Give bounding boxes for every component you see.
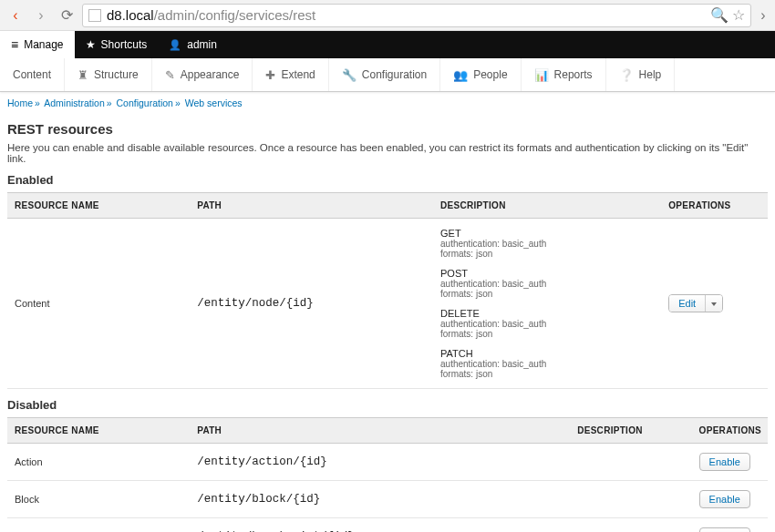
method-verb: POST — [440, 268, 654, 279]
table-row: Content /entity/node/{id} GET authentica… — [7, 219, 768, 389]
toolbar-shortcuts[interactable]: Shortcuts — [75, 31, 159, 58]
toolbar-manage[interactable]: Manage — [0, 31, 75, 58]
menu-extend[interactable]: ✚Extend — [253, 58, 328, 91]
back-button[interactable]: ‹ — [5, 5, 26, 26]
resource-description: GET authentication: basic_auth formats: … — [433, 219, 661, 389]
user-icon — [169, 38, 181, 51]
resource-path: /entity/node/{id} — [190, 219, 433, 389]
method-auth: authentication: basic_auth — [440, 279, 654, 289]
crumb-web-services[interactable]: Web services — [185, 97, 243, 108]
browser-chrome: ‹ › ⟳ d8.local/admin/config/services/res… — [0, 0, 775, 31]
menu-help[interactable]: ❔Help — [606, 58, 676, 91]
col-path: PATH — [190, 193, 433, 219]
enable-button[interactable]: Enable — [699, 527, 750, 532]
section-disabled-heading: Disabled — [7, 398, 768, 412]
disabled-table: RESOURCE NAME PATH DESCRIPTION OPERATION… — [7, 417, 768, 532]
col-ops: OPERATIONS — [692, 418, 768, 444]
toolbar-shortcuts-label: Shortcuts — [101, 38, 148, 51]
method-verb: PATCH — [440, 348, 654, 359]
menu-appearance[interactable]: ✎Appearance — [152, 58, 253, 91]
crumb-administration[interactable]: Administration — [44, 97, 105, 108]
wrench-icon: 🔧 — [342, 68, 356, 82]
table-row: Block /entity/block/{id} Enable — [7, 481, 768, 518]
menu-people[interactable]: 👥People — [440, 58, 521, 91]
puzzle-icon: ✚ — [265, 68, 275, 82]
method-format: formats: json — [440, 249, 654, 259]
edit-split-button: Edit — [668, 294, 723, 312]
col-name: RESOURCE NAME — [7, 193, 190, 219]
star-icon — [86, 38, 96, 51]
method-format: formats: json — [440, 289, 654, 299]
page-title: REST resources — [7, 121, 768, 137]
method-auth: authentication: basic_auth — [440, 359, 654, 369]
method-verb: DELETE — [440, 308, 654, 319]
page-content: REST resources Here you can enable and d… — [0, 112, 775, 532]
edit-button[interactable]: Edit — [669, 295, 705, 312]
method-verb: GET — [440, 228, 654, 239]
reports-icon: 📊 — [534, 68, 549, 82]
enabled-table: RESOURCE NAME PATH DESCRIPTION OPERATION… — [7, 192, 768, 389]
col-path: PATH — [190, 418, 570, 444]
page-icon — [88, 9, 101, 22]
menu-structure[interactable]: ♜Structure — [65, 58, 152, 91]
resource-path: /entity/block/{id} — [190, 481, 570, 518]
resource-path: /entity/breakpoint/{id} — [190, 518, 570, 533]
brush-icon: ✎ — [165, 68, 175, 82]
crumb-configuration[interactable]: Configuration — [117, 97, 173, 108]
method-auth: authentication: basic_auth — [440, 319, 654, 329]
admin-menu: Content ♜Structure ✎Appearance ✚Extend 🔧… — [0, 58, 775, 92]
resource-path: /entity/action/{id} — [190, 444, 570, 481]
menu-reports[interactable]: 📊Reports — [522, 58, 606, 91]
enable-button[interactable]: Enable — [699, 490, 750, 508]
toolbar-manage-label: Manage — [24, 38, 63, 51]
crumb-home[interactable]: Home — [7, 97, 33, 108]
edit-dropdown[interactable] — [705, 295, 722, 312]
hierarchy-icon: ♜ — [78, 68, 88, 82]
method-auth: authentication: basic_auth — [440, 239, 654, 249]
help-icon: ❔ — [619, 68, 634, 82]
url-host: d8.local — [107, 7, 154, 23]
col-desc: DESCRIPTION — [570, 418, 691, 444]
method-format: formats: json — [440, 329, 654, 339]
toolbar-user-label: admin — [187, 38, 217, 51]
resource-name: Action — [7, 444, 190, 481]
url-path: /admin/config/services/rest — [154, 7, 316, 23]
page-intro: Here you can enable and disable availabl… — [7, 142, 768, 164]
menu-configuration[interactable]: 🔧Configuration — [329, 58, 440, 91]
breadcrumb: Home» Administration» Configuration» Web… — [0, 92, 775, 112]
url-bar[interactable]: d8.local/admin/config/services/rest 🔍 ☆ — [82, 4, 751, 27]
overflow-button[interactable]: › — [757, 7, 770, 24]
people-icon: 👥 — [453, 68, 468, 82]
table-row: Action /entity/action/{id} Enable — [7, 444, 768, 481]
resource-name: Block — [7, 481, 190, 518]
zoom-icon[interactable]: 🔍 — [710, 6, 728, 24]
col-name: RESOURCE NAME — [7, 418, 190, 444]
col-desc: DESCRIPTION — [433, 193, 661, 219]
table-row: Breakpoint /entity/breakpoint/{id} Enabl… — [7, 518, 768, 533]
method-format: formats: json — [440, 369, 654, 379]
enable-button[interactable]: Enable — [699, 453, 750, 471]
bookmark-icon[interactable]: ☆ — [732, 6, 745, 24]
forward-button[interactable]: › — [31, 5, 51, 26]
resource-name: Content — [7, 219, 190, 389]
toolbar-user[interactable]: admin — [158, 31, 228, 58]
section-enabled-heading: Enabled — [7, 173, 768, 187]
menu-content[interactable]: Content — [0, 58, 65, 91]
col-ops: OPERATIONS — [661, 193, 768, 219]
reload-button[interactable]: ⟳ — [57, 5, 77, 26]
resource-name: Breakpoint — [7, 518, 190, 533]
admin-toolbar: Manage Shortcuts admin — [0, 31, 775, 58]
